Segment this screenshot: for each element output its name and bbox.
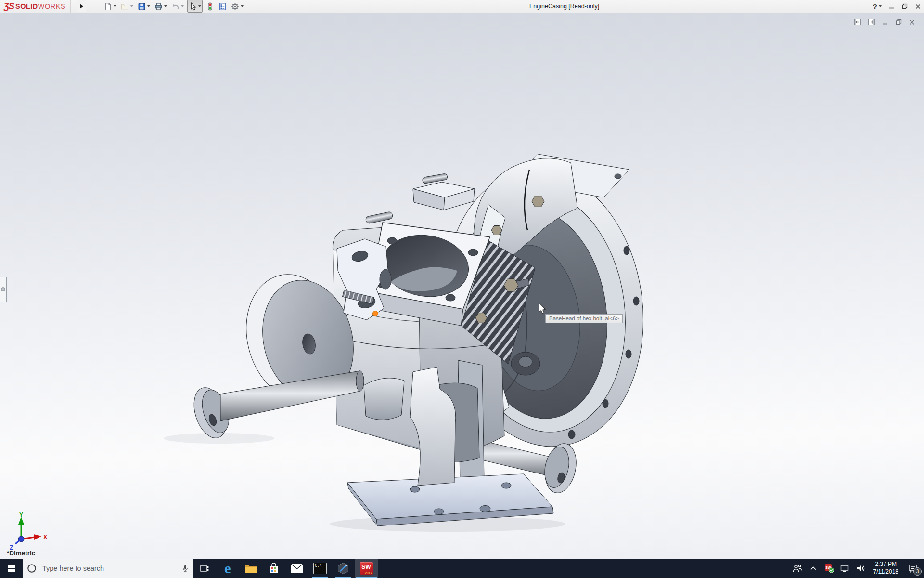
window-controls: ? [873,0,921,13]
help-dropdown[interactable] [879,5,882,7]
restore-document-icon [895,18,902,26]
hexagon-app-icon [337,562,349,575]
undo-button[interactable] [170,0,185,12]
pane-left-icon [853,18,861,26]
print-button[interactable] [154,0,168,12]
rebuild-button[interactable] [205,0,215,12]
solidworks-logo-rest: WORKS [38,2,65,10]
close-document-icon [909,19,915,26]
options-gear-icon [231,2,239,11]
collapse-pane-right-button[interactable] [868,18,876,26]
taskbar-store[interactable] [262,559,285,578]
notification-badge: 3 [913,567,922,576]
solidworks-logo: ƷS SOLID WORKS [0,0,71,13]
restore-icon [901,3,908,10]
undo-icon [171,2,180,11]
screen: ƷS SOLID WORKS [0,0,924,578]
document-title: EngineCasing [Read-only] [529,0,599,13]
print-dropdown[interactable] [164,5,167,7]
select-cursor-icon [189,2,197,11]
new-document-button[interactable] [103,0,117,12]
triad-x-label: X [43,534,47,540]
close-icon [915,3,921,10]
new-document-dropdown[interactable] [114,5,116,7]
save-button[interactable] [137,0,151,12]
task-view-icon [200,564,209,573]
print-icon [154,2,163,11]
save-icon [138,2,146,11]
selection-point [373,311,378,316]
save-dropdown[interactable] [147,5,150,7]
pane-right-icon [868,18,876,26]
triad-y-label: Y [19,512,23,518]
volume-icon[interactable] [855,559,867,578]
undo-dropdown[interactable] [181,5,184,7]
people-icon[interactable] [791,559,804,578]
pane-expand-dot-icon [1,287,5,291]
edge-icon: e [224,561,231,576]
search-input[interactable] [41,564,181,573]
restore-button[interactable] [901,3,908,10]
help-label: ? [873,2,877,11]
open-icon [121,2,129,11]
file-explorer-icon [244,563,257,574]
solidworks-logo-bold: SOLID [15,2,38,10]
select-tool-button[interactable] [187,0,203,13]
taskbar-hexagon-app[interactable] [332,559,355,578]
task-view-button[interactable] [193,559,216,578]
collapse-pane-left-button[interactable] [853,18,861,26]
mounting-bracket[interactable] [337,239,391,320]
help-button[interactable]: ? [873,2,882,11]
file-properties-button[interactable] [218,0,228,12]
system-tray: SW 2:37 PM 7/11/2018 3 [791,559,924,578]
rebuild-traffic-light-icon [206,2,214,11]
taskbar-solidworks[interactable]: SW 2017 [355,559,378,578]
featuremanager-collapsed-tab[interactable] [0,277,7,302]
clock-time: 2:37 PM [875,561,897,568]
titlebar: ƷS SOLID WORKS [0,0,924,13]
document-window-controls [853,18,915,26]
minimize-button[interactable] [888,3,895,10]
clock-date: 7/11/2018 [873,568,899,576]
taskbar-mail[interactable] [285,559,308,578]
open-button[interactable] [120,0,134,12]
select-tool-dropdown[interactable] [198,5,201,7]
close-button[interactable] [915,3,921,10]
open-dropdown[interactable] [130,5,133,7]
cortana-icon [27,564,37,573]
view-orientation-label: *Dimetric [7,550,35,557]
graphics-area[interactable]: BaseHead of hex bolt_ai<6> Y X Z *Dimetr… [0,13,924,559]
hover-tooltip: BaseHead of hex bolt_ai<6> [545,314,623,323]
minimize-icon [888,3,895,10]
options-dropdown[interactable] [241,5,244,7]
file-properties-icon [218,2,227,11]
start-button[interactable] [0,559,23,578]
taskbar: e C:\ SW 2017 [0,559,924,578]
mail-icon [291,564,303,573]
minimize-document-button[interactable] [882,19,889,26]
menu-flyout-button[interactable] [77,0,86,12]
close-document-button[interactable] [909,19,915,26]
options-button[interactable] [230,0,244,12]
hidden-icons-chevron[interactable] [807,559,820,578]
taskbar-clock[interactable]: 2:37 PM 7/11/2018 [871,561,902,576]
command-prompt-icon: C:\ [313,563,327,574]
restore-document-button[interactable] [895,18,902,26]
action-center-button[interactable]: 3 [905,559,921,578]
taskbar-spacer [378,559,791,578]
windows-logo-icon [8,565,16,573]
engine-casing-model[interactable] [0,13,924,559]
taskbar-edge[interactable]: e [216,559,239,578]
taskbar-file-explorer[interactable] [239,559,262,578]
solidworks-app-icon: SW 2017 [360,562,373,575]
minimize-document-icon [882,19,889,26]
network-icon[interactable] [839,559,851,578]
main-toolbar [103,0,247,12]
taskbar-search[interactable] [23,559,193,578]
microphone-icon[interactable] [181,564,189,573]
intake-spacer[interactable] [365,173,475,224]
solidworks-logo-glyph: ƷS [4,1,14,12]
solidworks-monitor-icon[interactable]: SW [823,559,835,578]
new-document-icon [104,2,112,11]
taskbar-command-prompt[interactable]: C:\ [308,559,332,578]
